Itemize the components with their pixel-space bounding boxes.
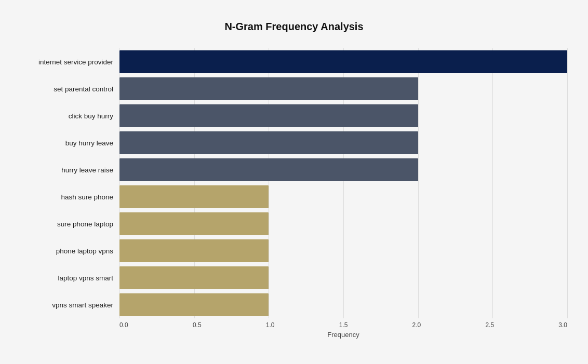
bar-label: laptop vpns smart [21,274,119,282]
bar-row: vpns smart speaker [21,291,567,318]
bar-row: phone laptop vpns [21,237,567,264]
bar-label: internet service provider [21,58,119,66]
x-axis: 0.00.51.01.52.02.53.0 [119,321,567,329]
bar-row: set parental control [21,75,567,102]
bar-label: click buy hurry [21,112,119,120]
bar-fill [119,158,418,181]
bar-fill [119,266,269,289]
bar-fill [119,77,418,100]
bar-fill [119,104,418,127]
bar-track [119,264,567,291]
bar-label: buy hurry leave [21,139,119,147]
bar-track [119,129,567,156]
bar-row: sure phone laptop [21,210,567,237]
bar-track [119,75,567,102]
bar-fill [119,212,269,235]
bar-label: set parental control [21,85,119,93]
bar-fill [119,293,269,316]
x-tick-label: 1.5 [339,321,348,329]
x-tick-label: 2.0 [412,321,421,329]
bar-label: sure phone laptop [21,220,119,228]
bar-row: laptop vpns smart [21,264,567,291]
bar-label: hash sure phone [21,193,119,201]
bar-track [119,102,567,129]
chart-container: N-Gram Frequency Analysis internet servi… [10,10,578,364]
bar-track [119,237,567,264]
bar-row: click buy hurry [21,102,567,129]
x-axis-labels: 0.00.51.01.52.02.53.0 [119,321,567,329]
bars-area: internet service providerset parental co… [21,48,567,318]
bar-track [119,210,567,237]
x-tick-label: 1.0 [266,321,275,329]
bar-track [119,48,567,75]
bar-fill [119,131,418,154]
bar-fill [119,50,567,73]
bar-label: phone laptop vpns [21,247,119,255]
bar-track [119,291,567,318]
x-axis-title: Frequency [119,331,567,339]
bar-fill [119,185,269,208]
bar-track [119,156,567,183]
bar-track [119,183,567,210]
bar-label: vpns smart speaker [21,301,119,309]
chart-title: N-Gram Frequency Analysis [21,21,567,33]
x-tick-label: 2.5 [485,321,494,329]
x-tick-label: 3.0 [558,321,567,329]
x-tick-label: 0.0 [119,321,128,329]
bar-row: hash sure phone [21,183,567,210]
bar-row: hurry leave raise [21,156,567,183]
bar-label: hurry leave raise [21,166,119,174]
bar-row: internet service provider [21,48,567,75]
x-tick-label: 0.5 [193,321,202,329]
bar-row: buy hurry leave [21,129,567,156]
bar-fill [119,239,269,262]
